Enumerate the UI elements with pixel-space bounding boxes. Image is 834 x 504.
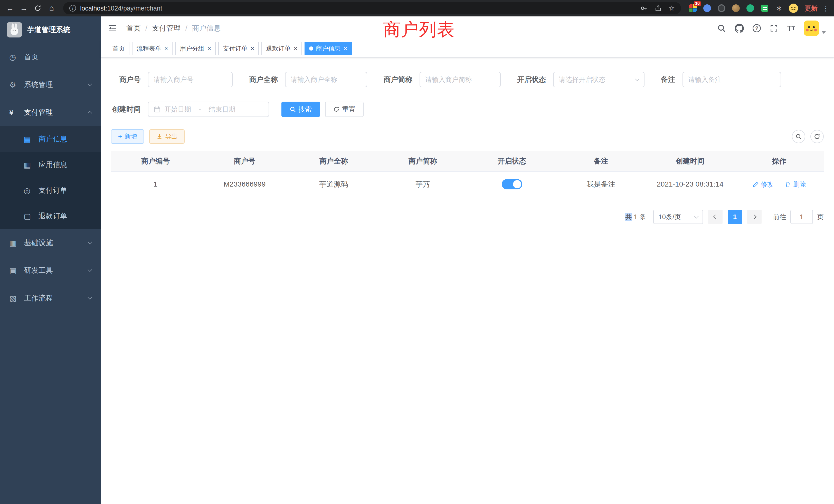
extension-badge: 10 bbox=[694, 1, 701, 6]
font-size-icon[interactable]: TT bbox=[787, 24, 795, 32]
breadcrumb-payment[interactable]: 支付管理 bbox=[152, 23, 181, 33]
cell-create-time: 2021-10-23 08:31:14 bbox=[645, 171, 734, 197]
refresh-table-icon[interactable] bbox=[810, 130, 824, 143]
tab-home[interactable]: 首页 bbox=[108, 42, 129, 55]
share-icon[interactable] bbox=[655, 5, 662, 12]
extensions-area: 10 ∗ bbox=[686, 4, 800, 13]
sidebar-item-pay-order[interactable]: ◎ 支付订单 bbox=[0, 178, 101, 203]
next-page-button[interactable] bbox=[747, 210, 762, 224]
page-number-1[interactable]: 1 bbox=[728, 210, 742, 224]
merchant-short-input[interactable] bbox=[420, 72, 501, 87]
delete-link[interactable]: 删除 bbox=[785, 180, 806, 189]
add-button[interactable]: + 新增 bbox=[111, 129, 144, 144]
close-icon[interactable]: × bbox=[250, 45, 254, 52]
sidebar-item-payment[interactable]: ¥ 支付管理 bbox=[0, 98, 101, 126]
col-merchant-id: 商户编号 bbox=[111, 151, 200, 171]
yen-icon: ¥ bbox=[9, 108, 22, 117]
sidebar-fold-icon[interactable] bbox=[108, 24, 117, 33]
tab-merchant-info[interactable]: 商户信息 × bbox=[305, 42, 352, 55]
fullscreen-icon[interactable] bbox=[770, 24, 778, 32]
prev-page-button[interactable] bbox=[708, 210, 723, 224]
goto-page-input[interactable] bbox=[790, 210, 813, 224]
sidebar-item-home[interactable]: ◷ 首页 bbox=[0, 43, 101, 71]
extension-green-circle-icon[interactable] bbox=[746, 4, 755, 13]
extension-blue-icon[interactable] bbox=[703, 4, 712, 13]
merchant-name-input[interactable] bbox=[285, 72, 367, 87]
toolbox-icon: ▣ bbox=[9, 266, 22, 275]
extension-dark-icon[interactable] bbox=[717, 4, 726, 13]
close-icon[interactable]: × bbox=[207, 45, 211, 52]
pagination: 共 1 条 10条/页 1 前往 页 bbox=[111, 210, 824, 224]
cell-merchant-no: M233666999 bbox=[200, 171, 289, 197]
address-bar[interactable]: i localhost:1024/pay/merchant ☆ bbox=[63, 2, 681, 14]
date-separator: - bbox=[195, 106, 205, 113]
sidebar-item-app-info[interactable]: ▦ 应用信息 bbox=[0, 152, 101, 178]
breadcrumb-separator: / bbox=[185, 24, 188, 32]
grid-icon: ▦ bbox=[24, 160, 36, 169]
search-button[interactable]: 搜索 bbox=[281, 101, 320, 117]
extension-green-note-icon[interactable] bbox=[760, 4, 769, 13]
status-toggle[interactable] bbox=[502, 179, 522, 189]
close-icon[interactable]: × bbox=[344, 45, 347, 52]
tab-process-form[interactable]: 流程表单 × bbox=[132, 42, 173, 55]
sidebar-item-label: 基础设施 bbox=[24, 238, 53, 248]
status-select[interactable]: 请选择开启状态 bbox=[553, 72, 644, 87]
merchant-no-input[interactable] bbox=[148, 72, 233, 87]
export-button[interactable]: 导出 bbox=[149, 129, 184, 144]
page-size-select[interactable]: 10条/页 bbox=[653, 210, 703, 224]
browser-menu-icon[interactable]: ⋮ bbox=[822, 4, 830, 13]
browser-profile-avatar[interactable] bbox=[789, 4, 798, 13]
forward-icon[interactable]: → bbox=[17, 1, 31, 15]
sidebar-item-merchant-info[interactable]: ▤ 商户信息 bbox=[0, 126, 101, 152]
tab-user-group[interactable]: 用户分组 × bbox=[175, 42, 216, 55]
annotation-title: 商户列表 bbox=[383, 18, 455, 41]
breadcrumb-home[interactable]: 首页 bbox=[126, 23, 141, 33]
workflow-icon: ▧ bbox=[9, 294, 22, 303]
sidebar-item-devtools[interactable]: ▣ 研发工具 bbox=[0, 257, 101, 284]
reload-icon[interactable] bbox=[31, 1, 45, 15]
sidebar-item-system[interactable]: ⚙ 系统管理 bbox=[0, 71, 101, 98]
help-icon[interactable]: ? bbox=[753, 24, 761, 32]
chevron-left-icon bbox=[713, 215, 718, 219]
merchant-short-label: 商户简称 bbox=[383, 75, 412, 85]
calendar-icon bbox=[154, 106, 161, 113]
toggle-search-icon[interactable] bbox=[792, 130, 805, 143]
chrome-update-button[interactable]: 更新 bbox=[800, 4, 822, 13]
sidebar-item-label: 商户信息 bbox=[39, 134, 67, 144]
tab-refund-order[interactable]: 退款订单 × bbox=[261, 42, 302, 55]
chevron-down-icon bbox=[88, 268, 92, 272]
close-icon[interactable]: × bbox=[294, 45, 297, 52]
pagination-total: 共 1 条 bbox=[625, 212, 646, 222]
extension-asterisk-icon[interactable]: ∗ bbox=[774, 4, 784, 13]
bookmark-star-icon[interactable]: ☆ bbox=[668, 4, 675, 13]
back-icon[interactable]: ← bbox=[3, 1, 17, 15]
plus-icon: + bbox=[118, 133, 122, 140]
cell-remark: 我是备注 bbox=[556, 171, 645, 197]
sidebar-logo[interactable]: 芋道管理系统 bbox=[0, 17, 101, 43]
reset-button[interactable]: 重置 bbox=[325, 101, 364, 117]
chevron-down-icon bbox=[88, 240, 92, 244]
edit-link[interactable]: 修改 bbox=[753, 180, 774, 189]
tab-label: 退款订单 bbox=[266, 44, 291, 53]
remark-input[interactable] bbox=[682, 72, 781, 87]
extension-avatar-icon[interactable] bbox=[731, 4, 741, 13]
github-icon[interactable] bbox=[734, 24, 744, 33]
sidebar-item-workflow[interactable]: ▧ 工作流程 bbox=[0, 284, 101, 312]
chevron-up-icon bbox=[88, 111, 92, 115]
search-icon[interactable] bbox=[717, 24, 726, 32]
dashboard-icon: ◷ bbox=[9, 53, 22, 62]
close-icon[interactable]: × bbox=[164, 45, 168, 52]
tab-label: 商户信息 bbox=[316, 44, 341, 53]
tab-pay-order[interactable]: 支付订单 × bbox=[218, 42, 259, 55]
site-info-icon[interactable]: i bbox=[69, 5, 76, 12]
user-menu[interactable] bbox=[804, 21, 826, 36]
home-icon[interactable]: ⌂ bbox=[45, 1, 59, 15]
sidebar-item-refund-order[interactable]: ▢ 退款订单 bbox=[0, 203, 101, 229]
sidebar-item-infrastructure[interactable]: ▥ 基础设施 bbox=[0, 229, 101, 257]
password-key-icon[interactable] bbox=[640, 4, 648, 12]
sidebar-item-label: 工作流程 bbox=[24, 293, 53, 303]
create-time-range-picker[interactable]: 开始日期 - 结束日期 bbox=[148, 101, 269, 117]
navbar-actions: ? TT bbox=[717, 21, 826, 36]
chevron-down-icon bbox=[635, 77, 640, 81]
extension-colorful-icon[interactable]: 10 bbox=[688, 4, 697, 13]
